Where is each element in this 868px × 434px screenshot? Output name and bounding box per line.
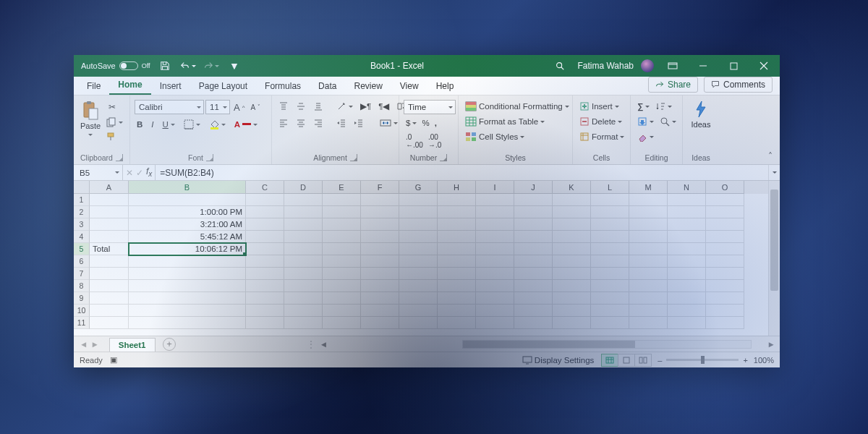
cell-E7[interactable] [323, 268, 361, 280]
share-button[interactable]: Share [648, 77, 698, 93]
cell-D5[interactable] [284, 243, 323, 255]
font-launcher[interactable] [206, 154, 213, 161]
font-size-combo[interactable]: 11 [205, 100, 230, 114]
cell-M11[interactable] [629, 317, 668, 329]
cell-L2[interactable] [591, 206, 629, 218]
col-header-O[interactable]: O [706, 181, 744, 194]
cell-K4[interactable] [553, 231, 591, 243]
cell-E10[interactable] [323, 305, 361, 317]
cell-I7[interactable] [476, 268, 514, 280]
cell-J6[interactable] [514, 255, 553, 268]
cell-C1[interactable] [246, 194, 284, 206]
clipboard-launcher[interactable] [116, 154, 123, 161]
cell-N9[interactable] [668, 292, 706, 305]
format-cells-button[interactable]: Format [577, 130, 626, 143]
page-break-view-button[interactable] [634, 354, 652, 367]
cell-D7[interactable] [284, 268, 323, 280]
expand-formula-bar-button[interactable] [768, 165, 780, 180]
tab-insert[interactable]: Insert [151, 77, 190, 95]
cell-E5[interactable] [323, 243, 361, 255]
tab-review[interactable]: Review [345, 77, 391, 95]
cell-L8[interactable] [591, 280, 629, 292]
add-sheet-button[interactable]: ＋ [163, 338, 176, 351]
cell-O5[interactable] [706, 243, 744, 255]
cell-A11[interactable] [90, 317, 129, 329]
enter-formula-button[interactable]: ✓ [136, 168, 143, 178]
increase-indent-button[interactable] [352, 116, 366, 129]
fill-button[interactable] [635, 115, 656, 128]
font-name-combo[interactable]: Calibri [135, 100, 204, 114]
cell-H10[interactable] [438, 305, 476, 317]
cell-C6[interactable] [246, 255, 284, 268]
copy-button[interactable] [104, 116, 125, 129]
cell-L3[interactable] [591, 218, 629, 231]
cell-A10[interactable] [90, 305, 129, 317]
cell-G9[interactable] [399, 292, 438, 305]
cell-G7[interactable] [399, 268, 438, 280]
cell-O3[interactable] [706, 218, 744, 231]
number-launcher[interactable] [440, 154, 447, 161]
orientation-button[interactable] [334, 100, 355, 113]
cell-O4[interactable] [706, 231, 744, 243]
col-header-N[interactable]: N [668, 181, 706, 194]
cell-M1[interactable] [629, 194, 668, 206]
bold-button[interactable]: B [135, 119, 145, 130]
cell-F8[interactable] [361, 280, 399, 292]
number-format-combo[interactable]: Time [404, 100, 456, 114]
cell-N4[interactable] [668, 231, 706, 243]
cell-D6[interactable] [284, 255, 323, 268]
tab-data[interactable]: Data [310, 77, 345, 95]
col-header-B[interactable]: B [129, 181, 246, 194]
collapse-ribbon-button[interactable]: ˄ [761, 148, 780, 164]
ribbon-display-button[interactable] [658, 55, 687, 77]
cell-I5[interactable] [476, 243, 514, 255]
cell-L7[interactable] [591, 268, 629, 280]
cell-A5[interactable]: Total [90, 243, 129, 255]
row-header-7[interactable]: 7 [74, 268, 90, 280]
cell-O10[interactable] [706, 305, 744, 317]
cell-N8[interactable] [668, 280, 706, 292]
sort-filter-button[interactable] [653, 100, 674, 113]
cell-K10[interactable] [553, 305, 591, 317]
cell-A2[interactable] [90, 206, 129, 218]
cell-N1[interactable] [668, 194, 706, 206]
col-header-L[interactable]: L [591, 181, 629, 194]
cell-E1[interactable] [323, 194, 361, 206]
cell-N11[interactable] [668, 317, 706, 329]
cell-M8[interactable] [629, 280, 668, 292]
cell-J9[interactable] [514, 292, 553, 305]
cell-H11[interactable] [438, 317, 476, 329]
cell-C11[interactable] [246, 317, 284, 329]
cell-G10[interactable] [399, 305, 438, 317]
cell-C10[interactable] [246, 305, 284, 317]
tab-home[interactable]: Home [109, 75, 150, 95]
zoom-out-button[interactable]: – [658, 356, 662, 365]
select-all-button[interactable] [74, 181, 90, 194]
cell-G4[interactable] [399, 231, 438, 243]
minimize-button[interactable] [689, 55, 718, 77]
cell-C5[interactable] [246, 243, 284, 255]
cell-J3[interactable] [514, 218, 553, 231]
font-color-button[interactable]: A [232, 119, 260, 130]
italic-button[interactable]: I [149, 119, 156, 130]
cell-L5[interactable] [591, 243, 629, 255]
cell-O1[interactable] [706, 194, 744, 206]
cell-A9[interactable] [90, 292, 129, 305]
cell-H2[interactable] [438, 206, 476, 218]
row-header-9[interactable]: 9 [74, 292, 90, 305]
vertical-scrollbar[interactable] [768, 181, 780, 336]
cell-D10[interactable] [284, 305, 323, 317]
align-bottom-button[interactable] [311, 100, 326, 113]
find-select-button[interactable] [658, 115, 678, 128]
align-right-button[interactable] [311, 116, 326, 129]
cancel-formula-button[interactable]: ✕ [126, 168, 133, 178]
cell-M4[interactable] [629, 231, 668, 243]
col-header-J[interactable]: J [514, 181, 553, 194]
redo-button[interactable] [203, 57, 220, 75]
cell-L10[interactable] [591, 305, 629, 317]
cell-F11[interactable] [361, 317, 399, 329]
cell-F1[interactable] [361, 194, 399, 206]
autosave-toggle[interactable]: AutoSave Off [81, 61, 150, 70]
increase-decimal-button[interactable]: .0←.00 [404, 132, 425, 150]
cells-grid[interactable]: ABCDEFGHIJKLMNO121:00:00 PM33:21:00 AM45… [74, 181, 768, 336]
